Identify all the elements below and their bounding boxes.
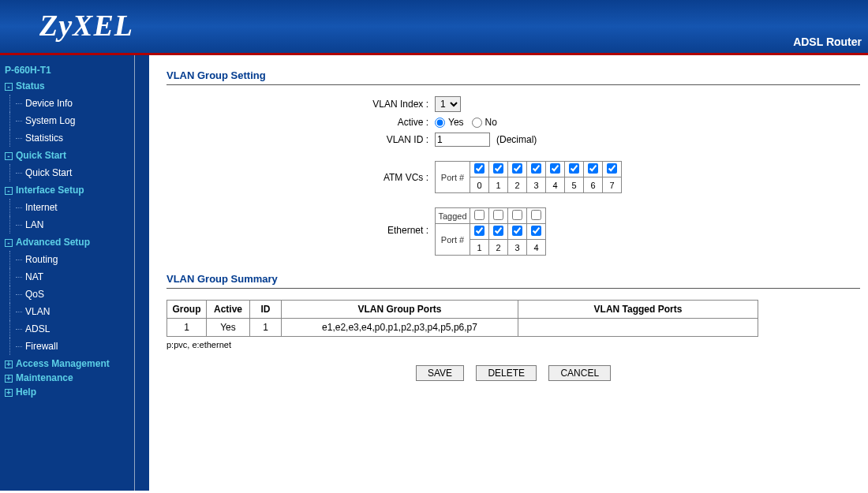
label-vlan-index: VLAN Index :: [277, 99, 435, 110]
header-bar: ZyXEL ADSL Router: [0, 0, 868, 55]
eth-tagged-4-checkbox[interactable]: [531, 210, 541, 220]
nav-item-internet[interactable]: Internet: [11, 199, 129, 216]
vlan-form: VLAN Index : 1 Active : Yes No VLAN ID :…: [277, 96, 860, 256]
active-no-radio[interactable]: [472, 118, 482, 128]
nav-group-maintenance[interactable]: +Maintenance: [5, 372, 129, 383]
atm-port-5-checkbox[interactable]: [569, 163, 579, 174]
delete-button[interactable]: DELETE: [476, 365, 537, 381]
atm-vcs-table: Port # 01234567: [435, 161, 622, 193]
nav-item-adsl[interactable]: ADSL: [11, 320, 129, 338]
atm-port-num: 1: [489, 177, 508, 193]
nav-item-device-info[interactable]: Device Info: [11, 95, 129, 112]
summary-header: Group: [167, 301, 207, 319]
divider: [166, 288, 860, 289]
plus-icon: +: [5, 375, 13, 383]
ethernet-table: Tagged Port # 1234: [435, 207, 546, 256]
section-title-vlan-group-summary: VLAN Group Summary: [166, 273, 860, 285]
vlan-index-select[interactable]: 1: [435, 96, 461, 112]
label-no: No: [485, 117, 497, 128]
atm-port-num: 6: [584, 177, 603, 193]
label-port-num: Port #: [436, 162, 470, 193]
section-title-vlan-group-setting: VLAN Group Setting: [166, 69, 860, 81]
summary-header: Active: [207, 301, 250, 319]
eth-tagged-1-checkbox[interactable]: [474, 210, 485, 220]
label-vlan-id: VLAN ID :: [277, 134, 435, 145]
tree-connector-icon: [16, 312, 22, 312]
atm-port-0-checkbox[interactable]: [474, 163, 485, 174]
save-button[interactable]: SAVE: [416, 365, 464, 381]
eth-port-2-checkbox[interactable]: [493, 226, 503, 236]
nav-item-routing[interactable]: Routing: [11, 251, 129, 268]
atm-port-7-checkbox[interactable]: [607, 163, 617, 174]
atm-port-4-checkbox[interactable]: [550, 163, 560, 174]
summary-cell: 1: [167, 319, 207, 337]
atm-port-num: 5: [565, 177, 584, 193]
label-active: Active :: [277, 117, 435, 128]
atm-port-6-checkbox[interactable]: [588, 163, 598, 174]
summary-header: ID: [250, 301, 282, 319]
eth-port-num: 2: [489, 240, 508, 256]
brand-logo: ZyXEL: [0, 0, 868, 43]
nav-item-statistics[interactable]: Statistics: [11, 129, 129, 147]
eth-port-1-checkbox[interactable]: [474, 226, 485, 236]
summary-header: VLAN Group Ports: [282, 301, 518, 319]
eth-tagged-2-checkbox[interactable]: [493, 210, 503, 220]
blue-strip: [135, 55, 149, 491]
tree-connector-icon: [16, 103, 22, 104]
nav-item-nat[interactable]: NAT: [11, 268, 129, 286]
active-yes-radio[interactable]: [435, 118, 445, 128]
eth-port-num: 4: [527, 240, 546, 256]
summary-cell: 1: [250, 319, 282, 337]
content-area: VLAN Group Setting VLAN Index : 1 Active…: [134, 55, 868, 491]
atm-port-num: 3: [527, 177, 546, 193]
eth-port-3-checkbox[interactable]: [512, 226, 522, 236]
atm-port-3-checkbox[interactable]: [531, 163, 541, 174]
tree-connector-icon: [16, 225, 22, 226]
summary-header: VLAN Tagged Ports: [518, 301, 758, 319]
nav-item-qos[interactable]: QoS: [11, 286, 129, 303]
summary-cell: [518, 319, 758, 337]
plus-icon: +: [5, 389, 13, 397]
atm-port-num: 0: [470, 177, 489, 193]
nav-item-firewall[interactable]: Firewall: [11, 338, 129, 355]
eth-tagged-3-checkbox[interactable]: [512, 210, 522, 220]
cancel-button[interactable]: CANCEL: [548, 365, 611, 381]
eth-port-num: 1: [470, 240, 489, 256]
atm-port-num: 4: [546, 177, 565, 193]
tree-connector-icon: [16, 121, 22, 121]
tree-connector-icon: [16, 329, 22, 330]
legend-text: p:pvc, e:ethernet: [166, 340, 860, 349]
nav-item-system-log[interactable]: System Log: [11, 112, 129, 129]
tree-connector-icon: [16, 138, 22, 139]
eth-port-4-checkbox[interactable]: [531, 226, 541, 236]
label-yes: Yes: [448, 117, 464, 128]
nav-group-access-management[interactable]: +Access Management: [5, 358, 129, 369]
minus-icon: -: [5, 187, 13, 195]
label-ethernet: Ethernet :: [277, 207, 435, 236]
label-port-num-eth: Port #: [436, 224, 470, 256]
atm-port-2-checkbox[interactable]: [512, 163, 522, 174]
label-tagged: Tagged: [436, 208, 470, 224]
atm-port-num: 2: [508, 177, 527, 193]
nav-group-status[interactable]: -Status: [5, 80, 129, 92]
minus-icon: -: [5, 152, 13, 160]
nav-item-quick-start[interactable]: Quick Start: [11, 164, 129, 181]
nav-group-quick-start[interactable]: -Quick Start: [5, 150, 129, 161]
atm-port-1-checkbox[interactable]: [493, 163, 503, 174]
divider: [166, 84, 860, 85]
label-atm-vcs: ATM VCs :: [277, 161, 435, 183]
nav-group-interface-setup[interactable]: -Interface Setup: [5, 185, 129, 196]
label-decimal: (Decimal): [496, 134, 537, 145]
eth-port-num: 3: [508, 240, 527, 256]
summary-cell: e1,e2,e3,e4,p0,p1,p2,p3,p4,p5,p6,p7: [282, 319, 518, 337]
table-row: 1Yes1e1,e2,e3,e4,p0,p1,p2,p3,p4,p5,p6,p7: [167, 319, 758, 337]
tree-connector-icon: [16, 277, 22, 278]
tree-connector-icon: [16, 294, 22, 295]
nav-group-help[interactable]: +Help: [5, 387, 129, 398]
vlan-id-input[interactable]: [435, 133, 490, 147]
sidebar: P-660H-T1 -StatusDevice InfoSystem LogSt…: [0, 55, 134, 491]
nav-item-lan[interactable]: LAN: [11, 216, 129, 233]
tree-connector-icon: [16, 260, 22, 260]
nav-group-advanced-setup[interactable]: -Advanced Setup: [5, 237, 129, 248]
nav-item-vlan[interactable]: VLAN: [11, 303, 129, 320]
